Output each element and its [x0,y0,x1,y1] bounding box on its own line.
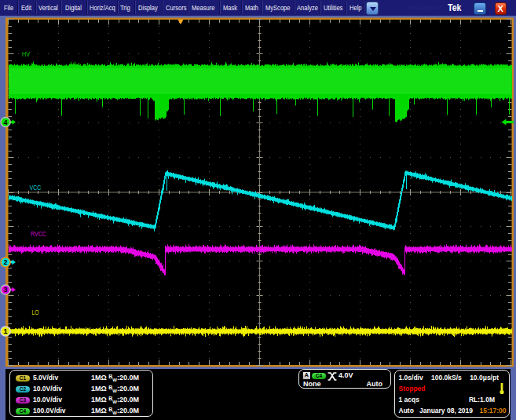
svg-text:HV: HV [22,50,30,58]
svg-text:RVCC: RVCC [31,230,46,238]
svg-text:1: 1 [3,327,7,335]
svg-text:LO: LO [32,309,39,316]
svg-text:4: 4 [3,119,7,126]
svg-text:VCC: VCC [30,184,42,192]
svg-text:2: 2 [3,258,7,266]
svg-text:3: 3 [3,286,7,294]
